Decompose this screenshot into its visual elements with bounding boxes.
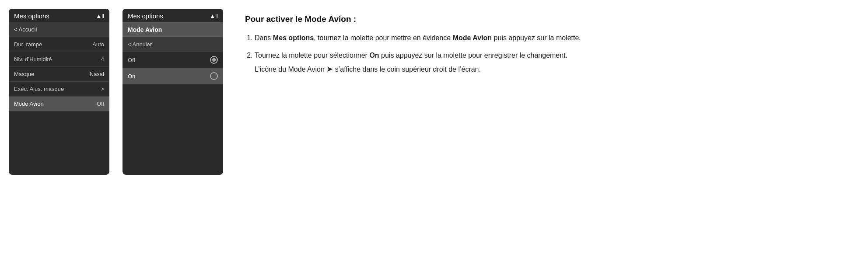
menu-item-back-label: < Accueil: [14, 26, 37, 33]
instructions-panel: Pour activer le Mode Avion : Dans Mes op…: [236, 9, 630, 87]
screen1-signal-icon: ▲ll: [96, 13, 104, 19]
submenu-back-label: < Annuler: [128, 41, 152, 48]
menu-item-masque[interactable]: Masque Nasal: [9, 67, 109, 82]
instruction-step-1: Dans Mes options, tournez la molette pou…: [255, 33, 621, 43]
menu-item-back[interactable]: < Accueil: [9, 22, 109, 37]
radio-on-icon: [210, 72, 218, 80]
menu-item-humidite-value: 4: [101, 56, 104, 62]
instruction-step-2: Tournez la molette pour sélectionner On …: [255, 50, 621, 75]
menu-item-dur-rampe-value: Auto: [92, 41, 104, 48]
airplane-icon: ➤: [326, 63, 333, 75]
menu-item-mode-avion-label: Mode Avion: [14, 101, 44, 107]
instructions-list: Dans Mes options, tournez la molette pou…: [245, 33, 621, 75]
screen2-title: Mes options: [128, 12, 163, 20]
screen1-header: Mes options ▲ll: [9, 9, 109, 22]
step1-bold1: Mes options: [273, 34, 314, 42]
screen-2: Mes options ▲ll Mode Avion < Annuler Off…: [122, 9, 223, 175]
menu-item-exec-ajus-chevron: >: [101, 86, 104, 92]
submenu-off-label: Off: [128, 57, 135, 63]
screen1-title: Mes options: [14, 12, 49, 20]
menu-item-masque-label: Masque: [14, 71, 34, 77]
step2-bold1: On: [369, 52, 379, 59]
menu-item-humidite-label: Niv. d’Humidité: [14, 56, 52, 62]
step1-bold2: Mode Avion: [453, 34, 492, 42]
screen2-header: Mes options ▲ll: [122, 9, 223, 22]
screen1-menu: < Accueil Dur. rampe Auto Niv. d’Humidit…: [9, 22, 109, 175]
submenu-option-on[interactable]: On: [122, 68, 223, 84]
screen2-signal-icon: ▲ll: [210, 13, 218, 19]
menu-item-exec-ajus[interactable]: Exéc. Ajus. masque >: [9, 82, 109, 97]
menu-item-mode-avion-value: Off: [97, 101, 104, 107]
menu-item-dur-rampe-label: Dur. rampe: [14, 41, 42, 48]
radio-off-icon: [210, 56, 218, 64]
step2-extra: L’icône du Mode Avion ➤ s’affiche dans l…: [255, 63, 621, 75]
menu-item-mode-avion[interactable]: Mode Avion Off: [9, 97, 109, 111]
menu-item-humidite[interactable]: Niv. d’Humidité 4: [9, 52, 109, 67]
menu-item-exec-ajus-label: Exéc. Ajus. masque: [14, 86, 64, 92]
menu-item-dur-rampe[interactable]: Dur. rampe Auto: [9, 37, 109, 52]
menu-item-masque-value: Nasal: [90, 71, 104, 77]
submenu-option-off[interactable]: Off: [122, 52, 223, 68]
submenu-title: Mode Avion: [122, 22, 223, 37]
instructions-heading: Pour activer le Mode Avion :: [245, 13, 621, 26]
submenu-on-label: On: [128, 73, 135, 80]
submenu-back-button[interactable]: < Annuler: [122, 37, 223, 52]
screen-1: Mes options ▲ll < Accueil Dur. rampe Aut…: [9, 9, 109, 175]
